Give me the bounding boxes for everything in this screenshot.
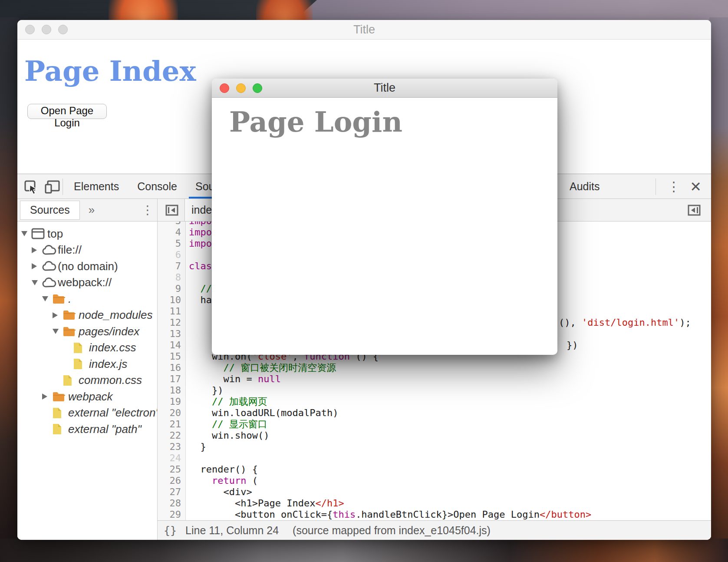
tree-open-arrow-icon[interactable] [21, 231, 31, 236]
tree-open-arrow-icon[interactable] [32, 280, 42, 285]
device-toolbar-icon[interactable] [44, 179, 61, 194]
tree-item-webpack-[interactable]: webpack:// [32, 274, 112, 291]
toolbar-separator [63, 179, 63, 195]
tree-item-top[interactable]: top [21, 226, 63, 242]
tree-item-pages-index[interactable]: pages/index [53, 324, 139, 340]
code-line-24 [189, 453, 711, 464]
line-number[interactable]: 10 [158, 294, 181, 306]
toolbar-separator [656, 179, 656, 195]
pretty-print-icon[interactable]: {} [164, 524, 177, 537]
line-number[interactable]: 29 [158, 509, 181, 520]
tab-console[interactable]: Console [128, 175, 186, 198]
line-number[interactable]: 6 [158, 249, 181, 261]
tab-elements[interactable]: Elements [65, 175, 128, 198]
open-page-login-button[interactable]: Open Page Login [27, 104, 107, 119]
show-debugger-sidebar-icon[interactable] [688, 205, 701, 216]
pane-overflow-chevron[interactable]: » [89, 203, 95, 217]
minimize-traffic-light[interactable] [236, 83, 246, 93]
devtools-close-icon[interactable]: ✕ [690, 179, 702, 195]
sources-file-tree: topfile://(no domain)webpack://.node_mod… [17, 221, 157, 540]
login-window-titlebar[interactable]: Title [212, 79, 557, 98]
editor-statusbar: {} Line 11, Column 24 (source mapped fro… [158, 520, 711, 540]
tree-item-index-js[interactable]: index.js [63, 356, 127, 372]
folder-icon [63, 310, 79, 321]
tree-closed-arrow-icon[interactable] [42, 393, 52, 400]
login-window-title: Title [374, 81, 395, 95]
tree-item--[interactable]: . [42, 291, 71, 307]
line-number[interactable]: 21 [158, 419, 181, 430]
line-number[interactable]: 20 [158, 407, 181, 419]
hide-navigator-icon[interactable] [165, 205, 178, 216]
wallpaper-rock-left [0, 17, 19, 562]
line-number[interactable]: 16 [158, 362, 181, 374]
line-number[interactable]: 23 [158, 441, 181, 453]
minimize-traffic-light[interactable] [42, 25, 51, 34]
file-icon [73, 358, 89, 370]
line-number[interactable]: 17 [158, 374, 181, 385]
line-number[interactable]: 5 [158, 238, 181, 249]
tree-closed-arrow-icon[interactable] [53, 312, 63, 318]
code-line-27: <div> [189, 486, 711, 498]
login-window: Title Page Login [212, 79, 557, 355]
folder-icon [63, 326, 79, 337]
line-number[interactable]: 14 [158, 340, 181, 351]
tree-item-external-electron-[interactable]: external "electron" [42, 405, 157, 421]
tree-open-arrow-icon[interactable] [42, 296, 52, 301]
inspect-element-icon[interactable] [23, 179, 38, 194]
devtools-menu-icon[interactable]: ⋮ [667, 179, 680, 194]
line-number[interactable]: 11 [158, 306, 181, 317]
main-window-titlebar[interactable]: Title [17, 20, 711, 40]
tree-item-label: index.css [89, 341, 136, 354]
tree-open-arrow-icon[interactable] [53, 329, 63, 334]
line-number[interactable]: 4 [158, 227, 181, 238]
tree-item-index-css[interactable]: index.css [63, 340, 136, 356]
line-number[interactable]: 18 [158, 385, 181, 396]
file-icon [52, 407, 68, 419]
line-number[interactable]: 19 [158, 396, 181, 407]
tree-item-label: (no domain) [58, 260, 118, 273]
line-number[interactable]: 27 [158, 486, 181, 498]
folder-icon [52, 391, 68, 402]
line-number[interactable]: 25 [158, 464, 181, 475]
tab-audits[interactable]: Audits [570, 175, 600, 198]
sources-pane-tab[interactable]: Sources [20, 201, 80, 220]
line-number[interactable]: 8 [158, 272, 181, 283]
close-traffic-light[interactable] [25, 25, 35, 34]
desktop: Title Page Index Open Page Login [0, 0, 728, 562]
code-line-21: // 显示窗口 [189, 419, 711, 430]
sidebar-menu-icon[interactable]: ⋮ [142, 203, 154, 217]
code-line-22: win.show() [189, 430, 711, 441]
tree-item-file-[interactable]: file:// [32, 242, 82, 258]
file-icon [73, 342, 89, 354]
line-number[interactable]: 24 [158, 453, 181, 464]
line-number[interactable]: 12 [158, 317, 181, 328]
code-line-29: <button onClick={this.handleBtnClick}>Op… [189, 509, 711, 520]
line-number[interactable]: 7 [158, 261, 181, 272]
zoom-traffic-light[interactable] [58, 25, 68, 34]
tree-closed-arrow-icon[interactable] [32, 263, 42, 269]
tree-item-common-css[interactable]: common.css [53, 372, 142, 388]
line-number[interactable]: 28 [158, 498, 181, 509]
line-number[interactable]: 26 [158, 475, 181, 486]
tree-item-label: external "electron" [68, 406, 157, 420]
tree-item-node-modules[interactable]: node_modules [53, 307, 153, 323]
line-number[interactable]: 3 [158, 221, 181, 227]
code-line-19: // 加载网页 [189, 396, 711, 407]
line-number[interactable]: 15 [158, 351, 181, 362]
zoom-traffic-light[interactable] [253, 83, 262, 93]
tree-item-webpack[interactable]: webpack [42, 389, 113, 405]
line-number[interactable]: 22 [158, 430, 181, 441]
close-traffic-light[interactable] [220, 83, 229, 93]
tree-item-label: pages/index [79, 325, 139, 338]
tree-item--no-domain-[interactable]: (no domain) [32, 258, 118, 274]
page-index-heading: Page Index [24, 55, 196, 87]
cloud-icon [42, 245, 58, 255]
line-number[interactable]: 13 [158, 328, 181, 340]
line-number[interactable]: 9 [158, 283, 181, 294]
tree-item-label: webpack:// [58, 276, 112, 289]
tree-item-external-path-[interactable]: external "path" [42, 421, 142, 437]
code-line-28: <h1>Page Index</h1> [189, 498, 711, 509]
code-line-26: return ( [189, 475, 711, 486]
tree-closed-arrow-icon[interactable] [32, 247, 42, 253]
file-icon [52, 423, 68, 435]
